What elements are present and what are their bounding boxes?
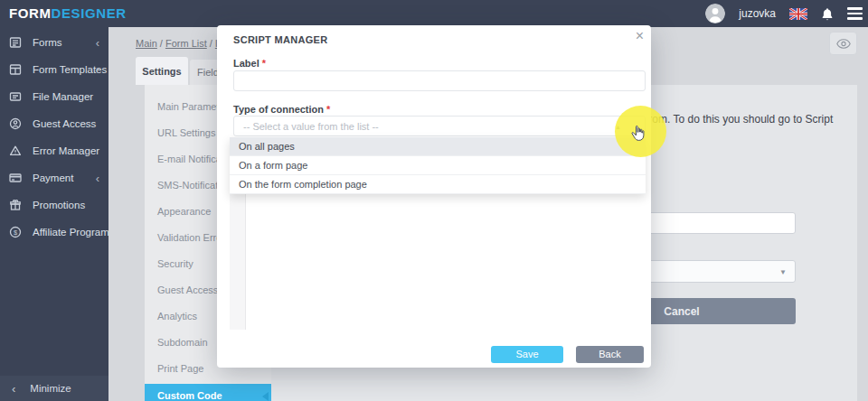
user-avatar[interactable] xyxy=(705,4,725,23)
back-button[interactable]: Back xyxy=(576,346,644,363)
sidebar-minimize[interactable]: ‹ Minimize xyxy=(0,376,108,401)
form-templates-icon xyxy=(9,63,22,76)
field-label-text: Label xyxy=(233,58,259,69)
select-options-list: On all pages On a form page On the form … xyxy=(230,137,646,194)
file-manager-icon xyxy=(9,90,22,103)
sidebar-item-label: File Manager xyxy=(33,91,93,102)
guest-access-icon xyxy=(9,117,22,130)
logo-form: FORM xyxy=(9,5,52,21)
tab-settings[interactable]: Settings xyxy=(136,57,188,85)
forms-icon xyxy=(9,36,22,49)
sidebar-nav: Forms ‹ Form Templates ‹ File Manager Gu… xyxy=(0,27,108,246)
breadcrumb-separator: / xyxy=(210,38,212,49)
required-mark: * xyxy=(262,58,266,69)
custom-code-description: from. To do this you should go to Script xyxy=(646,113,833,126)
topbar: FORMDESIGNER juzovka xyxy=(0,0,868,27)
payment-icon xyxy=(9,172,22,184)
promotions-icon xyxy=(9,199,22,211)
field-label-text: Type of connection xyxy=(233,104,324,115)
type-of-connection-select[interactable]: -- Select a value from the list -- ▲ xyxy=(233,116,646,136)
eye-icon xyxy=(836,39,851,49)
sidebar-item-label: Forms xyxy=(33,37,62,48)
sidebar-item-file-manager[interactable]: File Manager xyxy=(0,83,108,110)
select-placeholder: -- Select a value from the list -- xyxy=(243,121,379,132)
sidebar-item-label: Payment xyxy=(33,173,73,183)
logo-designer: DESIGNER xyxy=(52,5,127,21)
close-icon[interactable]: × xyxy=(636,29,644,43)
breadcrumb-form-list[interactable]: Form List xyxy=(165,38,207,49)
editor-gutter xyxy=(230,194,246,330)
topbar-right: juzovka xyxy=(705,0,863,27)
chevron-left-icon[interactable]: ‹ xyxy=(96,173,99,184)
sidebar-item-promotions[interactable]: Promotions xyxy=(0,191,108,219)
sidebar-item-affiliate-program[interactable]: $ Affiliate Program xyxy=(0,219,108,246)
bell-icon[interactable] xyxy=(821,7,834,21)
active-item-arrow-icon xyxy=(262,392,269,401)
app-logo: FORMDESIGNER xyxy=(9,0,127,27)
save-button[interactable]: Save xyxy=(491,346,563,363)
language-flag-icon[interactable] xyxy=(789,8,807,20)
breadcrumb-separator: / xyxy=(160,38,163,49)
person-icon xyxy=(705,4,725,23)
sidebar-item-payment[interactable]: Payment ‹ xyxy=(0,164,108,191)
error-manager-icon xyxy=(9,145,22,157)
option-on-all-pages[interactable]: On all pages xyxy=(230,137,646,156)
required-mark: * xyxy=(326,104,330,115)
script-manager-modal: SCRIPT MANAGER × Label* Type of connecti… xyxy=(217,25,651,368)
chevron-left-icon: ‹ xyxy=(12,382,15,396)
sidebar: Forms ‹ Form Templates ‹ File Manager Gu… xyxy=(0,27,108,401)
chevron-left-icon[interactable]: ‹ xyxy=(96,37,99,49)
submenu-item-custom-code[interactable]: Custom Code xyxy=(145,384,271,401)
type-field-label: Type of connection* xyxy=(233,104,330,115)
submenu-active-label: Custom Code xyxy=(157,390,222,401)
affiliate-program-icon: $ xyxy=(9,226,22,238)
sidebar-item-form-templates[interactable]: Form Templates ‹ xyxy=(0,56,108,83)
breadcrumb-main[interactable]: Main xyxy=(136,38,157,49)
svg-text:$: $ xyxy=(14,228,18,237)
sidebar-item-label: Guest Access xyxy=(33,118,96,129)
option-on-form-completion-page[interactable]: On the form completion page xyxy=(230,175,646,194)
label-input[interactable] xyxy=(233,70,646,91)
menu-icon[interactable] xyxy=(847,7,863,20)
preview-button[interactable] xyxy=(829,32,857,55)
sidebar-item-label: Error Manager xyxy=(33,145,99,156)
sidebar-item-label: Promotions xyxy=(33,200,85,210)
app-window: FORMDESIGNER juzovka Forms ‹ F xyxy=(0,0,868,401)
caret-down-icon: ▼ xyxy=(779,268,787,276)
minimize-label: Minimize xyxy=(30,383,71,394)
sidebar-item-forms[interactable]: Forms ‹ xyxy=(0,29,108,56)
chevron-left-icon[interactable]: ‹ xyxy=(96,64,99,76)
modal-title: SCRIPT MANAGER xyxy=(233,34,327,45)
sidebar-item-guest-access[interactable]: Guest Access xyxy=(0,110,108,137)
label-field-label: Label* xyxy=(233,58,266,69)
username[interactable]: juzovka xyxy=(739,7,776,20)
caret-up-icon: ▲ xyxy=(615,124,621,130)
option-on-a-form-page[interactable]: On a form page xyxy=(230,156,646,175)
sidebar-item-label: Affiliate Program xyxy=(33,227,109,238)
script-code-editor[interactable] xyxy=(230,194,644,330)
sidebar-item-error-manager[interactable]: Error Manager xyxy=(0,137,108,164)
